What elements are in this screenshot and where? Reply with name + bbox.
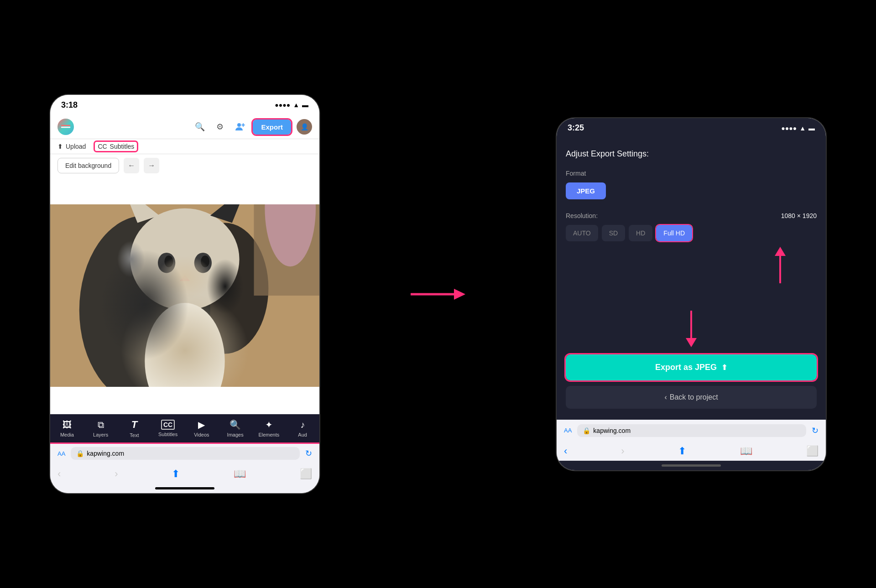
svg-marker-11 <box>123 204 159 223</box>
resolution-row: Resolution: 1080 × 1920 <box>566 212 817 219</box>
format-options: JPEG <box>566 182 817 199</box>
tabs-nav-icon[interactable]: ⬜ <box>300 468 312 480</box>
media-icon: 🖼 <box>63 420 72 430</box>
export-button[interactable]: Export <box>253 120 291 135</box>
redo-button[interactable]: → <box>144 158 159 173</box>
sd-resolution-button[interactable]: SD <box>602 225 625 241</box>
svg-point-16 <box>201 255 209 267</box>
forward-nav-icon[interactable]: › <box>115 468 118 480</box>
toolbar-item-images[interactable]: 🔍 Images <box>219 419 252 437</box>
right-back-nav-icon[interactable]: ‹ <box>564 445 567 457</box>
right-tabs-nav-icon[interactable]: ⬜ <box>806 445 819 457</box>
bottom-toolbar: 🖼 Media ⧉ Layers T Text CC Subtitles ▶ V… <box>50 414 319 442</box>
svg-marker-26 <box>775 247 786 256</box>
right-arrow-icon <box>411 285 465 303</box>
settings-icon[interactable]: ⚙ <box>213 120 227 134</box>
app-toolbar: 🔍 ⚙ Export 👤 <box>50 115 319 139</box>
svg-marker-28 <box>686 338 697 347</box>
toolbar-item-layers[interactable]: ⧉ Layers <box>84 420 118 437</box>
toolbar-item-media[interactable]: 🖼 Media <box>50 420 84 437</box>
bookmarks-nav-icon[interactable]: 📖 <box>234 468 246 480</box>
undo-button[interactable]: ← <box>124 158 139 173</box>
right-time: 3:25 <box>568 123 584 133</box>
add-person-icon[interactable] <box>233 120 247 134</box>
toolbar-item-elements[interactable]: ✦ Elements <box>252 419 286 437</box>
cat-image <box>50 204 319 387</box>
right-url-bar[interactable]: 🔒 kapwing.com <box>577 424 806 437</box>
toolbar-item-videos[interactable]: ▶ Videos <box>185 419 219 437</box>
images-label: Images <box>227 432 244 437</box>
format-label: Format <box>566 170 817 177</box>
right-browser-address-bar: AA 🔒 kapwing.com ↻ <box>557 420 826 442</box>
back-nav-icon[interactable]: ‹ <box>57 468 61 480</box>
lock-icon: 🔒 <box>76 450 84 457</box>
back-to-project-button[interactable]: ‹ Back to project <box>566 386 817 409</box>
videos-label: Videos <box>194 432 209 437</box>
left-phone: 3:18 ●●●● ▲ ▬ 🔍 ⚙ <box>50 95 319 493</box>
signal-icon: ●●●● <box>275 101 290 109</box>
right-forward-nav-icon[interactable]: › <box>621 445 624 457</box>
jpeg-format-button[interactable]: JPEG <box>566 182 606 199</box>
audio-label: Aud <box>298 432 307 437</box>
layers-label: Layers <box>93 432 108 437</box>
browser-address-bar: AA 🔒 kapwing.com ↻ <box>50 442 319 464</box>
right-aa-text[interactable]: AA <box>564 427 572 434</box>
right-share-nav-icon[interactable]: ⬆ <box>678 445 686 457</box>
audio-icon: ♪ <box>300 420 305 430</box>
hd-resolution-button[interactable]: HD <box>629 225 652 241</box>
resolution-options: AUTO SD HD Full HD <box>566 225 817 241</box>
refresh-icon[interactable]: ↻ <box>305 448 312 458</box>
fullhd-resolution-button[interactable]: Full HD <box>656 225 692 241</box>
right-signal-icon: ●●●● <box>781 125 797 132</box>
aa-text[interactable]: AA <box>57 450 65 457</box>
center-arrow <box>411 285 465 303</box>
right-bookmarks-nav-icon[interactable]: 📖 <box>740 445 752 457</box>
back-icon: ‹ <box>664 393 667 401</box>
svg-point-9 <box>181 223 268 354</box>
subtitles-icon: CC <box>98 143 107 150</box>
media-label: Media <box>60 432 74 437</box>
svg-point-14 <box>194 253 212 273</box>
export-settings-panel: Adjust Export Settings: Format JPEG Reso… <box>557 138 826 420</box>
export-jpeg-button[interactable]: Export as JPEG ⬆ <box>566 354 817 380</box>
svg-marker-24 <box>454 289 465 300</box>
auto-resolution-button[interactable]: AUTO <box>566 225 598 241</box>
subtitles-button[interactable]: CC Subtitles <box>95 142 137 151</box>
upload-label: Upload <box>66 143 86 150</box>
canvas-white-bottom <box>50 387 319 414</box>
kapwing-logo[interactable] <box>57 119 74 135</box>
url-bar[interactable]: 🔒 kapwing.com <box>71 447 300 460</box>
user-avatar[interactable]: 👤 <box>297 119 312 135</box>
svg-point-13 <box>158 253 175 273</box>
url-text: kapwing.com <box>87 450 124 457</box>
svg-rect-7 <box>50 204 319 387</box>
right-battery-icon: ▬ <box>808 125 815 132</box>
images-icon: 🔍 <box>229 419 241 430</box>
arrow-down-export-icon <box>682 311 700 347</box>
canvas-area <box>50 177 319 414</box>
toolbar-item-audio[interactable]: ♪ Aud <box>286 420 319 437</box>
subtitles-bottom-icon: CC <box>161 420 175 430</box>
share-nav-icon[interactable]: ⬆ <box>172 468 180 480</box>
toolbar-item-text[interactable]: T Text <box>118 419 151 438</box>
layers-icon: ⧉ <box>98 420 104 430</box>
videos-icon: ▶ <box>198 419 205 430</box>
toolbar-item-subtitles[interactable]: CC Subtitles <box>151 420 185 437</box>
settings-title: Adjust Export Settings: <box>566 149 817 159</box>
upload-button[interactable]: ⬆ Upload <box>57 143 86 150</box>
edit-background-button[interactable]: Edit background <box>57 158 119 173</box>
right-refresh-icon[interactable]: ↻ <box>812 426 819 436</box>
svg-point-18 <box>145 303 224 387</box>
svg-point-22 <box>265 204 316 266</box>
right-lock-icon: 🔒 <box>583 427 590 434</box>
text-label: Text <box>130 432 139 438</box>
right-home-indicator <box>557 461 826 470</box>
search-toolbar-icon[interactable]: 🔍 <box>193 120 207 134</box>
right-status-icons: ●●●● ▲ ▬ <box>781 125 815 132</box>
svg-marker-17 <box>180 275 190 281</box>
right-phone: 3:25 ●●●● ▲ ▬ Adjust Export Settings: Fo… <box>557 118 826 470</box>
edit-background-bar: Edit background ← → <box>50 154 319 177</box>
text-icon: T <box>131 419 137 431</box>
home-indicator <box>50 484 319 493</box>
elements-icon: ✦ <box>265 419 273 430</box>
